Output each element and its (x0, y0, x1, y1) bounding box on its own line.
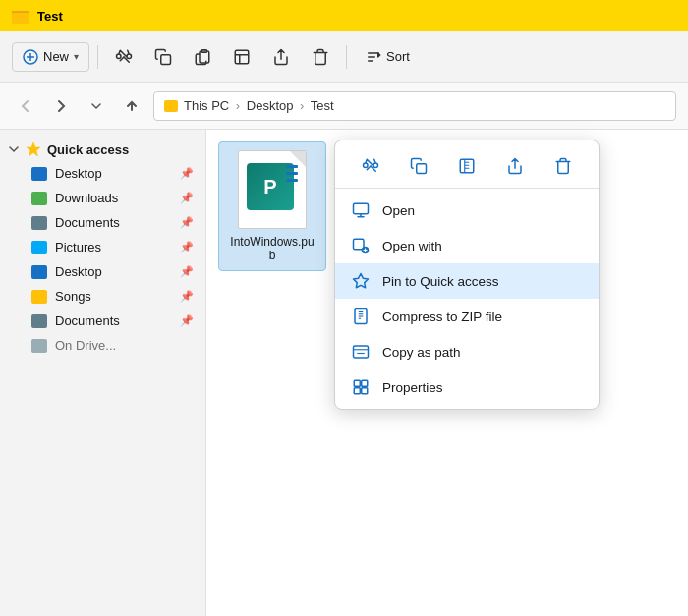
ctx-open-item[interactable]: Open (335, 193, 599, 228)
cut-icon (115, 48, 133, 66)
ctx-pin-label: Pin to Quick access (382, 274, 583, 289)
breadcrumb: This PC › Desktop › Test (184, 98, 334, 113)
rename-icon (233, 48, 251, 66)
sort-button[interactable]: Sort (355, 42, 421, 72)
delete-button[interactable] (303, 39, 338, 75)
sidebar: Quick access Desktop 📌 Downloads 📌 Docum… (0, 130, 206, 616)
downloads-folder-icon (31, 192, 47, 205)
ctx-open-label: Open (382, 203, 583, 218)
file-icon: P (238, 150, 307, 229)
pictures-folder-icon (31, 241, 47, 254)
ctx-copypath-item[interactable]: Copy as path (335, 334, 599, 369)
ctx-openwith-label: Open with (382, 239, 583, 253)
svg-rect-26 (362, 380, 368, 386)
ctx-share-button[interactable] (499, 150, 531, 182)
svg-rect-25 (354, 380, 360, 386)
svg-rect-2 (12, 13, 29, 24)
sidebar-item-pictures[interactable]: Pictures 📌 (4, 235, 201, 259)
documents-folder-icon (31, 216, 47, 230)
sidebar-item-label: Desktop (55, 166, 180, 181)
desktop-folder-icon (31, 167, 47, 181)
svg-rect-28 (362, 388, 368, 394)
file-item-intowindows[interactable]: P IntoWindows.pub (218, 141, 326, 271)
file-decoration-lines (286, 165, 298, 182)
ctx-copy-button[interactable] (403, 150, 434, 182)
quick-access-label: Quick access (47, 142, 129, 157)
cut-button[interactable] (106, 39, 142, 75)
toolbar-separator-2 (346, 45, 347, 69)
ctx-pin-item[interactable]: Pin to Quick access (335, 263, 599, 299)
desktop-folder-icon-2 (31, 265, 47, 279)
sort-label: Sort (386, 49, 410, 64)
quick-access-header[interactable]: Quick access (0, 138, 205, 161)
back-button[interactable] (12, 92, 39, 120)
ctx-cut-button[interactable] (355, 150, 386, 182)
ctx-copy-icon (410, 157, 428, 175)
ctx-compress-button[interactable] (451, 150, 483, 182)
ctx-delete-button[interactable] (547, 150, 579, 182)
context-menu: Open Open with (334, 140, 600, 410)
forward-button[interactable] (47, 92, 75, 120)
sidebar-item-label: Documents (55, 313, 180, 328)
breadcrumb-folder-icon (164, 100, 178, 112)
add-icon (23, 49, 38, 65)
sidebar-item-label: Downloads (55, 191, 180, 205)
up-button[interactable] (118, 92, 145, 120)
partial-folder-icon (31, 339, 47, 353)
new-button[interactable]: New ▾ (12, 42, 89, 72)
sidebar-item-documents-1[interactable]: Documents 📌 (4, 210, 201, 235)
window-title: Test (37, 9, 63, 24)
pin-icon: 📌 (180, 216, 194, 229)
pin-icon: 📌 (180, 265, 194, 278)
ctx-properties-item[interactable]: Properties (335, 369, 599, 405)
ctx-pin-icon (351, 271, 371, 291)
ctx-zip-icon (351, 307, 371, 326)
up-icon (125, 99, 139, 113)
svg-marker-16 (354, 274, 369, 288)
ctx-properties-label: Properties (382, 380, 583, 395)
sidebar-item-partial[interactable]: On Drive... (4, 333, 201, 358)
pin-icon: 📌 (180, 192, 194, 204)
svg-rect-12 (460, 159, 474, 173)
sidebar-item-desktop-1[interactable]: Desktop 📌 (4, 161, 201, 186)
new-dropdown-icon: ▾ (74, 51, 79, 62)
folder-icon (12, 7, 29, 25)
svg-rect-6 (161, 54, 171, 64)
toolbar: New ▾ (0, 31, 688, 83)
ctx-zip-item[interactable]: Compress to ZIP file (335, 299, 599, 334)
delete-icon (312, 48, 329, 66)
pin-icon: 📌 (180, 167, 194, 180)
share-button[interactable] (263, 39, 299, 75)
forward-icon (54, 99, 68, 113)
svg-rect-22 (354, 346, 369, 358)
songs-folder-icon (31, 290, 47, 304)
address-input[interactable]: This PC › Desktop › Test (153, 91, 676, 121)
sidebar-item-downloads[interactable]: Downloads 📌 (4, 186, 201, 210)
ctx-copypath-icon (351, 342, 371, 362)
sidebar-item-label: On Drive... (55, 338, 194, 353)
back-icon (19, 99, 32, 113)
ctx-compress-icon (458, 157, 476, 175)
sidebar-item-label: Songs (55, 289, 180, 304)
paste-button[interactable] (185, 39, 220, 75)
svg-rect-11 (417, 164, 427, 174)
paste-icon (194, 48, 211, 66)
new-label: New (43, 49, 69, 64)
sidebar-item-songs[interactable]: Songs 📌 (4, 284, 201, 308)
svg-rect-13 (354, 203, 369, 214)
sidebar-item-label: Desktop (55, 264, 180, 279)
sidebar-item-documents-2[interactable]: Documents 📌 (4, 308, 201, 333)
sidebar-item-label: Pictures (55, 240, 180, 254)
copy-button[interactable] (145, 39, 181, 75)
sidebar-item-desktop-2[interactable]: Desktop 📌 (4, 259, 201, 284)
address-bar: This PC › Desktop › Test (0, 83, 688, 130)
title-bar: Test (0, 0, 688, 31)
toolbar-separator-1 (97, 45, 98, 69)
rename-button[interactable] (224, 39, 259, 75)
chevron-down-icon (90, 100, 102, 112)
svg-rect-14 (354, 239, 365, 250)
ctx-openwith-icon (351, 236, 371, 255)
ctx-openwith-item[interactable]: Open with (335, 228, 599, 263)
sidebar-item-label: Documents (55, 215, 180, 230)
dropdown-button[interactable] (83, 92, 110, 120)
